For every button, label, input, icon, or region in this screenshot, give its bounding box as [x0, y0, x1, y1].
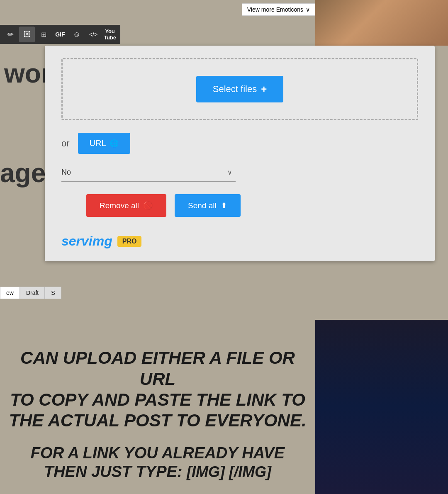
insert-image-icon: ⊞	[41, 31, 46, 39]
img-tag-example: [IMG] [/IMG]	[187, 463, 271, 480]
editor-tabs: ew Draft S	[0, 287, 61, 299]
upload-description-subtext: For a link you already have then just ty…	[8, 444, 307, 482]
remove-all-label: Remove all	[100, 201, 139, 210]
gif-icon: GIF	[55, 31, 65, 38]
emoticons-label: View more Emoticons	[247, 6, 303, 13]
no-dropdown[interactable]: No Yes	[61, 166, 236, 178]
remove-all-button[interactable]: Remove all 🚫	[86, 194, 166, 217]
tab-preview[interactable]: ew	[0, 287, 20, 299]
pro-badge: PRO	[117, 236, 142, 247]
tab-preview-label: ew	[6, 290, 14, 296]
dropdown-wrapper: No Yes ∨	[61, 166, 236, 178]
emoticon-button[interactable]: ☺	[69, 27, 85, 42]
tab-s[interactable]: S	[45, 287, 61, 299]
image-tool-button[interactable]: 🖼	[19, 27, 35, 42]
image-icon: 🖼	[24, 31, 30, 38]
gif-button[interactable]: GIF	[52, 27, 68, 42]
drop-zone[interactable]: Select files +	[61, 58, 418, 120]
dropdown-section: No Yes ∨	[61, 166, 236, 182]
action-buttons: Remove all 🚫 Send all ⬆	[61, 194, 418, 217]
emoticon-icon: ☺	[73, 30, 80, 39]
tab-s-label: S	[51, 290, 55, 296]
tab-draft[interactable]: Draft	[20, 287, 45, 299]
url-button[interactable]: URL 🌐	[78, 133, 130, 154]
remove-icon: 🚫	[143, 201, 153, 210]
bg-space-photo	[315, 320, 448, 494]
upload-icon: ⬆	[221, 201, 227, 210]
brand-section: servimg PRO	[61, 234, 418, 249]
view-more-emoticons-button[interactable]: View more Emoticons ∨	[242, 3, 315, 16]
globe-icon: 🌐	[110, 139, 119, 148]
editor-toolbar: ✏ 🖼 ⊞ GIF ☺ </> YouTube	[0, 25, 120, 44]
insert-image-button[interactable]: ⊞	[36, 27, 51, 42]
url-label: URL	[90, 139, 106, 148]
top-section: View more Emoticons ∨ ✏ 🖼 ⊞ GIF ☺ </> Yo…	[0, 0, 448, 46]
send-all-button[interactable]: Send all ⬆	[175, 194, 241, 217]
youtube-button[interactable]: YouTube	[102, 27, 118, 42]
code-button[interactable]: </>	[85, 27, 101, 42]
or-text: or	[61, 138, 70, 149]
select-files-button[interactable]: Select files +	[196, 76, 283, 102]
edit-icon: ✏	[7, 30, 14, 39]
upload-description-heading: Can upload either a file or URL to copy …	[8, 348, 307, 431]
chevron-down-icon: ∨	[306, 6, 310, 13]
code-icon: </>	[89, 31, 97, 38]
tab-draft-label: Draft	[26, 290, 39, 296]
bottom-text-section: Can upload either a file or URL to copy …	[0, 335, 315, 494]
brand-name: servimg	[61, 234, 112, 249]
upload-panel: Select files + or URL 🌐 No Yes ∨ Remove …	[45, 46, 435, 261]
plus-icon: +	[261, 83, 267, 95]
edit-tool-button[interactable]: ✏	[2, 27, 18, 42]
send-all-label: Send all	[188, 201, 217, 210]
youtube-icon: YouTube	[104, 28, 116, 41]
select-files-label: Select files	[213, 84, 257, 95]
or-url-row: or URL 🌐	[61, 133, 418, 154]
emoticons-bar: View more Emoticons ∨	[242, 0, 315, 16]
